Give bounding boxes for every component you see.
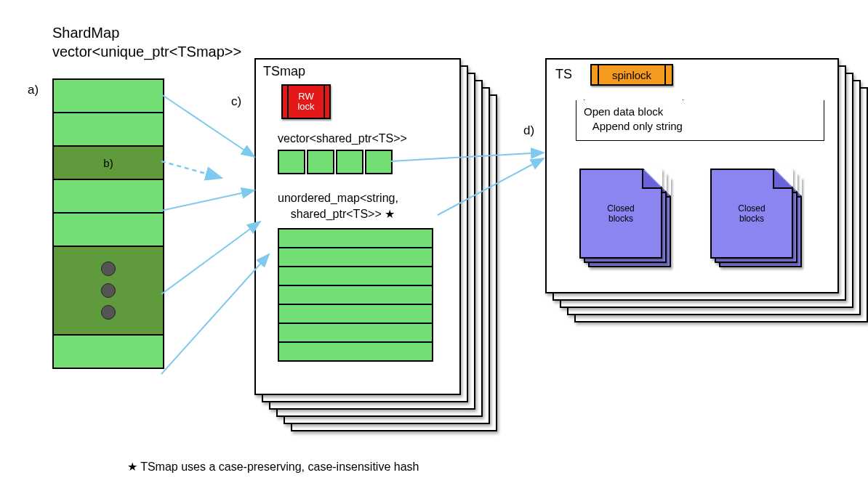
spinlock-label: spinlock: [612, 69, 651, 81]
ellipsis-dot-icon: [101, 261, 116, 276]
svg-line-4: [161, 254, 269, 374]
tsmap-map-label-line1: unordered_map<string,: [278, 192, 398, 204]
shard-cell: [54, 113, 163, 147]
ts-title: TS: [555, 67, 572, 82]
svg-line-5: [161, 161, 222, 178]
tsmap-vector-label: vector<shared_ptr<TS>>: [278, 132, 407, 145]
shard-cell: [54, 336, 163, 368]
map-row: [279, 248, 432, 267]
map-row: [279, 324, 432, 343]
label-c: c): [231, 94, 241, 109]
ellipsis-dot-icon: [101, 283, 116, 298]
shard-cell: [54, 80, 163, 113]
footnote-star: ★ TSmap uses a case-preserving, case-ins…: [127, 460, 419, 474]
svg-line-3: [161, 222, 260, 294]
label-a: a): [28, 83, 39, 97]
closed-blocks-label: Closed blocks: [581, 203, 661, 224]
svg-line-2: [161, 190, 254, 211]
map-row: [279, 305, 432, 324]
map-row: [279, 230, 432, 248]
shardmap-title-line2: vector<unique_ptr<TSmap>>: [52, 44, 241, 60]
label-d: d): [523, 123, 534, 138]
document-icon: Closed blocks: [579, 169, 662, 259]
rwlock-label: RW lock: [297, 92, 314, 113]
tsmap-title: TSmap: [263, 64, 305, 79]
closed-blocks-label: Closed blocks: [712, 203, 792, 224]
tsmap-map-label-line2: shared_ptr<TS>> ★: [291, 208, 395, 220]
open-block-line2: Append only string: [592, 120, 683, 132]
ts-ptr-box: [365, 150, 393, 174]
ts-card: TS spinlock Open data block Append only …: [545, 58, 839, 293]
tsmap-card: TSmap RW lock vector<shared_ptr<TS>> uno…: [254, 58, 461, 395]
open-block-line1: Open data block: [584, 105, 663, 118]
shard-cell-selected: b): [54, 147, 163, 180]
spinlock-box: spinlock: [590, 64, 673, 86]
ts-ptr-box: [336, 150, 363, 174]
tsmap-vector-boxes: [278, 150, 393, 174]
shard-ellipsis: [54, 247, 163, 336]
label-b: b): [103, 157, 113, 169]
ts-ptr-box: [307, 150, 334, 174]
shardmap-title-line1: ShardMap: [52, 25, 119, 41]
ellipsis-dot-icon: [101, 305, 116, 320]
document-icon: Closed blocks: [710, 169, 793, 259]
tsmap-map-label: unordered_map<string, shared_ptr<TS>> ★: [278, 190, 398, 222]
shardmap-vector: b): [52, 78, 164, 369]
shard-cell: [54, 214, 163, 247]
tsmap-map-bucket-list: [278, 228, 433, 362]
shardmap-title: ShardMap vector<unique_ptr<TSmap>>: [52, 23, 241, 61]
map-row: [279, 267, 432, 286]
open-data-block-bracket: Open data block Append only string: [576, 100, 824, 141]
map-row: [279, 343, 432, 360]
map-row: [279, 286, 432, 305]
ts-ptr-box: [278, 150, 305, 174]
shard-cell: [54, 180, 163, 214]
rwlock-box: RW lock: [281, 84, 331, 119]
